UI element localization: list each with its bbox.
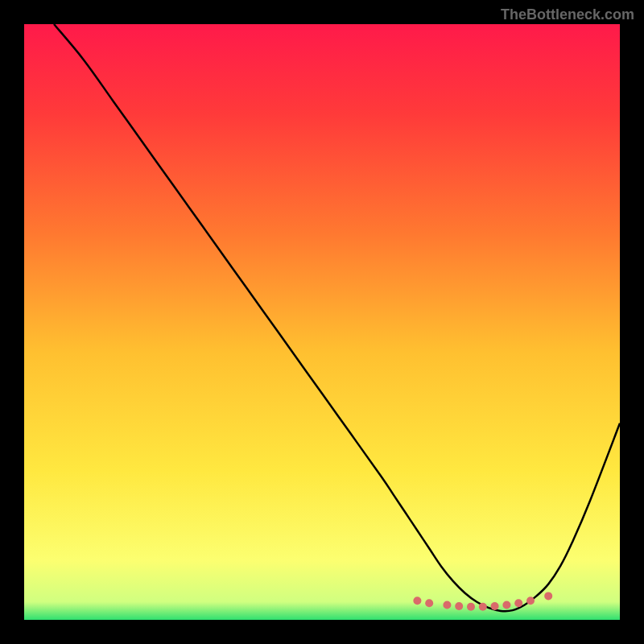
optimal-dot: [544, 592, 552, 600]
gradient-background: [24, 24, 620, 620]
chart-container: TheBottleneck.com: [0, 0, 644, 644]
optimal-dot: [467, 603, 475, 611]
optimal-dot: [413, 597, 421, 605]
bottleneck-chart: [0, 0, 644, 644]
optimal-dot: [491, 602, 499, 610]
optimal-dot: [502, 601, 510, 609]
optimal-dot: [514, 599, 522, 607]
optimal-dot: [455, 602, 463, 610]
optimal-dot: [526, 597, 535, 605]
optimal-dot: [479, 603, 487, 611]
watermark-text: TheBottleneck.com: [501, 6, 634, 23]
optimal-dot: [425, 599, 433, 607]
optimal-dot: [443, 601, 451, 609]
